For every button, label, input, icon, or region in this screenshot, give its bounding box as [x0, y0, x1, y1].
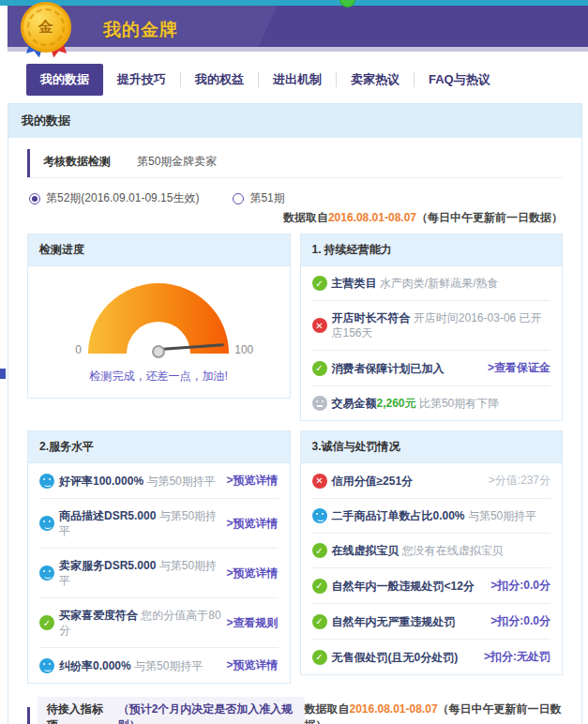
period-51-label: 第51期: [249, 190, 284, 206]
metric-detail: 水产肉类/新鲜蔬果/熟食: [380, 277, 499, 290]
pending-metrics-title: 待接入指标项 （预计2个月内决定是否加入准入规则）: [27, 697, 304, 724]
metric-label: 自然年内一般违规处罚<12分: [332, 580, 475, 593]
metric-row: 好评率100.000% 与第50期持平 >预览详情: [39, 463, 279, 499]
metric-row: ✕ 开店时长不符合 开店时间2016-03-06 已开店156天: [312, 301, 551, 351]
deduction-link[interactable]: >扣分:0.0分: [490, 578, 550, 594]
tab-my-data[interactable]: 我的数据: [26, 64, 103, 96]
metric-row: ✕ 信用分值≥251分 >分值:237分: [312, 463, 551, 499]
pending-title-text: 待接入指标项: [38, 697, 118, 724]
tab-improve-skills[interactable]: 提升技巧: [103, 64, 180, 96]
period-52-radio[interactable]: 第52期(2016.09.01-09.15生效): [29, 190, 199, 206]
gauge-hub: [152, 345, 165, 358]
deduction-link[interactable]: >扣分:0.0分: [490, 613, 550, 629]
metric-label: 无售假处罚(且无0分处罚): [332, 651, 459, 664]
gauge-max-label: 100: [234, 343, 253, 356]
subtab-assessment-check[interactable]: 考核数据检测: [27, 149, 124, 177]
gauge-caption: 检测完成，还差一点，加油!: [28, 369, 290, 385]
tab-my-benefits[interactable]: 我的权益: [181, 64, 258, 96]
header-bottom-strip: [8, 47, 588, 52]
metric-label: 在线虚拟宝贝: [332, 544, 400, 557]
radio-selected-icon[interactable]: [29, 193, 40, 204]
metric-row: ✓ 消费者保障计划已加入 >查看保证金: [312, 351, 551, 386]
panel-2-title: 2.服务水平: [28, 431, 290, 463]
metric-label: 主营类目: [332, 277, 377, 290]
metric-label: 好评率100.000%: [59, 475, 143, 488]
page-title: 我的金牌: [103, 18, 178, 42]
pending-title-note: （预计2个月内决定是否加入准入规则）: [118, 697, 305, 724]
metric-label: 卖家服务DSR5.000: [59, 559, 156, 572]
smile-icon: [312, 508, 327, 523]
metric-row: ✓ 自然年内无严重违规处罚 >扣分:0.0分: [312, 604, 551, 640]
metric-row: 卖家服务DSR5.000 与第50期持平 >预览详情: [39, 549, 279, 598]
data-source-date: 2016.08.01-08.07: [349, 702, 437, 716]
subtab-period50-gold-seller[interactable]: 第50期金牌卖家: [124, 149, 230, 177]
tab-entry-exit[interactable]: 进出机制: [259, 64, 336, 96]
metric-label: 纠纷率0.000%: [59, 659, 131, 672]
period-51-radio[interactable]: 第51期: [233, 190, 284, 206]
metric-label: 买家喜爱度符合: [59, 609, 138, 622]
left-edge-marker: [0, 369, 6, 379]
preview-detail-link[interactable]: >预览详情: [226, 473, 278, 489]
data-source-line: 数据取自2016.08.01-08.07（每日中午更新前一日数据）: [27, 210, 563, 226]
panel-1-title: 1. 持续经营能力: [301, 234, 563, 266]
metric-row: ✓ 无售假处罚(且无0分处罚) >扣分:无处罚: [312, 640, 551, 674]
period-radio-group: 第52期(2016.09.01-09.15生效) 第51期: [29, 190, 563, 206]
panel-business-capability: 1. 持续经营能力 ✓ 主营类目 水产肉类/新鲜蔬果/熟食 ✕ 开店时长不符合 …: [300, 234, 564, 421]
panel-service-level: 2.服务水平 好评率100.000% 与第50期持平 >预览详情 商品描述DSR…: [27, 430, 291, 684]
check-icon: ✓: [312, 543, 327, 558]
check-icon: ✓: [312, 276, 327, 291]
panel-check-progress-title: 检测进度: [28, 234, 290, 266]
metric-label: 二手商品订单数占比0.00%: [332, 509, 465, 522]
sub-tabs: 考核数据检测 第50期金牌卖家: [27, 149, 563, 178]
period-52-label: 第52期(2016.09.01-09.15生效): [46, 190, 199, 206]
metric-label: 信用分值≥251分: [332, 475, 414, 488]
panel-integrity-penalty: 3.诚信与处罚情况 ✕ 信用分值≥251分 >分值:237分 二手商品订单数占比…: [300, 430, 564, 675]
metric-detail: 与第50期持平: [146, 475, 215, 488]
top-teal-strip: [0, 0, 588, 6]
view-deposit-link[interactable]: >查看保证金: [488, 360, 550, 376]
deduction-link[interactable]: >扣分:无处罚: [484, 649, 550, 665]
view-rules-link[interactable]: >查看规则: [226, 615, 278, 631]
cross-icon: ✕: [312, 474, 327, 489]
cross-icon: ✕: [312, 318, 327, 333]
main-tabs: 我的数据 提升技巧 我的权益 进出机制 卖家热议 FAQ与热议: [26, 64, 505, 96]
data-source-date: 2016.08.01-08.07: [328, 211, 416, 224]
metric-row: 二手商品订单数占比0.00% 与第50期持平: [312, 499, 551, 534]
metric-detail: 与第50期持平: [134, 659, 203, 672]
tab-seller-discussion[interactable]: 卖家热议: [337, 64, 414, 96]
preview-detail-link[interactable]: >预览详情: [226, 516, 278, 532]
content-wrapper: 我的数据 考核数据检测 第50期金牌卖家 第52期(2016.09.01-09.…: [8, 103, 582, 724]
metric-row: ✓ 自然年内一般违规处罚<12分 >扣分:0.0分: [312, 568, 551, 604]
metric-detail: 与第50期持平: [468, 509, 536, 522]
metric-row: ✓ 买家喜爱度符合 您的分值高于80分 >查看规则: [39, 598, 279, 648]
check-icon: ✓: [312, 614, 327, 629]
radio-unselected-icon[interactable]: [233, 193, 244, 204]
preview-detail-link[interactable]: >预览详情: [226, 566, 278, 581]
medal-text: 金: [38, 18, 53, 38]
medal-circle: 金: [21, 2, 71, 53]
check-icon: ✓: [312, 650, 327, 665]
metric-row: ✓ 在线虚拟宝贝 您没有在线虚拟宝贝: [312, 534, 551, 568]
data-source-suffix: （每日中午更新前一日数据）: [416, 211, 563, 224]
metric-detail: 比第50期有下降: [419, 397, 499, 410]
metric-row: 商品描述DSR5.000 与第50期持平 >预览详情: [39, 499, 279, 549]
page-header: 我的金牌: [8, 6, 588, 47]
smile-icon: [39, 474, 54, 489]
data-source-prefix: 数据取自: [283, 211, 328, 224]
metric-label: 开店时长不符合: [332, 311, 411, 324]
neutral-face-icon: [312, 396, 327, 411]
metric-row: ✓ 主营类目 水产肉类/新鲜蔬果/熟食: [312, 266, 551, 301]
panel-check-progress: 检测进度 0 100 检测完成，还差一点，加油!: [27, 234, 291, 399]
metric-amount: 2,260元: [377, 397, 416, 410]
credit-score-value: >分值:237分: [489, 473, 550, 489]
metric-label: 自然年内无严重违规处罚: [332, 615, 456, 628]
preview-detail-link[interactable]: >预览详情: [226, 657, 278, 673]
tab-faq[interactable]: FAQ与热议: [415, 64, 505, 96]
check-icon: ✓: [39, 615, 54, 630]
metric-label: 商品描述DSR5.000: [59, 509, 156, 522]
smile-icon: [39, 516, 54, 531]
check-icon: ✓: [312, 361, 327, 376]
title-accent-bar: [27, 707, 30, 724]
metric-detail: 您没有在线虚拟宝贝: [402, 544, 504, 557]
panel-3-title: 3.诚信与处罚情况: [301, 431, 563, 463]
